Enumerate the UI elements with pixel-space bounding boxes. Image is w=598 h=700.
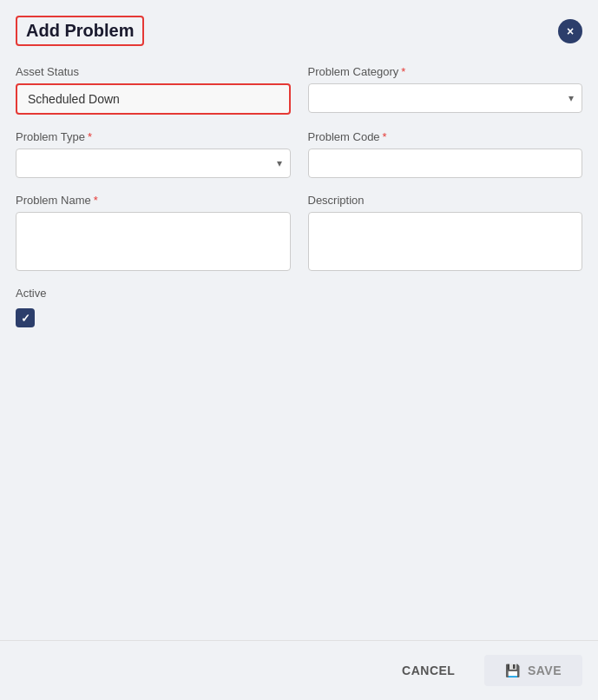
modal-title: Add Problem (16, 16, 144, 46)
problem-name-group: Problem Name* (16, 194, 291, 271)
problem-code-group: Problem Code* (308, 130, 583, 178)
problem-category-group: Problem Category* ▾ (308, 65, 583, 115)
modal-header: Add Problem × (0, 0, 598, 56)
close-button[interactable]: × (558, 19, 582, 43)
modal-footer: CANCEL 💾 SAVE (0, 640, 598, 700)
problem-code-input[interactable] (308, 149, 583, 178)
form-row-4: Active (16, 287, 582, 327)
asset-status-group: Asset Status (16, 65, 291, 115)
save-icon: 💾 (505, 664, 521, 677)
save-label: SAVE (528, 664, 562, 677)
active-group: Active (16, 287, 582, 327)
problem-type-select-wrapper: ▾ (16, 149, 291, 178)
required-star-type: * (88, 130, 92, 143)
active-checkbox-group (16, 308, 582, 327)
problem-category-select[interactable] (308, 83, 583, 113)
add-problem-modal: Add Problem × Asset Status Problem Categ… (0, 0, 598, 700)
active-label: Active (16, 287, 582, 300)
form-row-3: Problem Name* Description (16, 194, 582, 271)
required-star-code: * (383, 130, 387, 143)
cancel-button[interactable]: CANCEL (381, 655, 476, 686)
problem-category-select-wrapper: ▾ (308, 83, 583, 113)
problem-type-select[interactable] (16, 149, 291, 178)
problem-name-input[interactable] (16, 212, 291, 271)
save-button[interactable]: 💾 SAVE (484, 655, 582, 686)
form-row-2: Problem Type* ▾ Problem Code* (16, 130, 582, 178)
required-star-name: * (94, 194, 98, 207)
form-row-1: Asset Status Problem Category* ▾ (16, 65, 582, 115)
close-icon: × (567, 24, 574, 38)
problem-type-label: Problem Type* (16, 130, 291, 143)
problem-type-group: Problem Type* ▾ (16, 130, 291, 178)
description-label: Description (308, 194, 583, 207)
problem-code-label: Problem Code* (308, 130, 583, 143)
problem-name-label: Problem Name* (16, 194, 291, 207)
asset-status-input[interactable] (16, 83, 291, 115)
required-star-category: * (401, 65, 405, 78)
problem-category-label: Problem Category* (308, 65, 583, 78)
description-group: Description (308, 194, 583, 271)
asset-status-label: Asset Status (16, 65, 291, 78)
modal-body: Asset Status Problem Category* ▾ Prob (0, 56, 598, 640)
description-input[interactable] (308, 212, 583, 271)
active-checkbox[interactable] (16, 308, 35, 327)
